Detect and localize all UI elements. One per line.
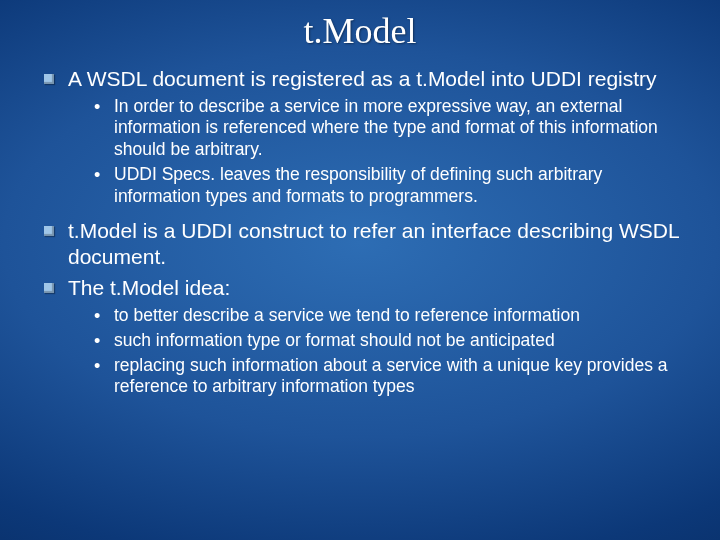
sub-list: to better describe a service we tend to … <box>68 305 682 399</box>
sub-list-item: In order to describe a service in more e… <box>94 96 682 162</box>
sub-bullet-text: replacing such information about a servi… <box>114 355 668 397</box>
list-item: The t.Model idea: to better describe a s… <box>38 275 682 398</box>
list-item: A WSDL document is registered as a t.Mod… <box>38 66 682 208</box>
bullet-text: t.Model is a UDDI construct to refer an … <box>68 219 679 268</box>
sub-list-item: such information type or format should n… <box>94 330 682 352</box>
bullet-text: A WSDL document is registered as a t.Mod… <box>68 67 657 90</box>
bullet-text: The t.Model idea: <box>68 276 230 299</box>
bullet-list: A WSDL document is registered as a t.Mod… <box>38 66 682 398</box>
sub-list-item: UDDI Specs. leaves the responsibility of… <box>94 164 682 208</box>
list-item: t.Model is a UDDI construct to refer an … <box>38 218 682 269</box>
slide: t.Model A WSDL document is registered as… <box>0 0 720 540</box>
sub-bullet-text: In order to describe a service in more e… <box>114 96 658 160</box>
sub-list-item: to better describe a service we tend to … <box>94 305 682 327</box>
sub-bullet-text: to better describe a service we tend to … <box>114 305 580 325</box>
sub-bullet-text: such information type or format should n… <box>114 330 555 350</box>
sub-list-item: replacing such information about a servi… <box>94 355 682 399</box>
slide-title: t.Model <box>38 0 682 66</box>
sub-list: In order to describe a service in more e… <box>68 96 682 208</box>
sub-bullet-text: UDDI Specs. leaves the responsibility of… <box>114 164 602 206</box>
